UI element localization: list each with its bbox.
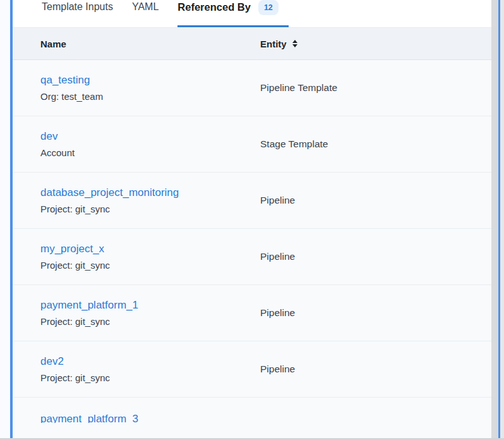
table-row: payment_platform_1 Project: git_sync Pip… [13, 285, 498, 341]
row-scope-label: Account [40, 147, 260, 158]
table-body: qa_testing Org: test_team Pipeline Templ… [13, 60, 498, 440]
tab-referenced-by[interactable]: Referenced By12 [177, 1, 278, 27]
row-name-wrap: dev2 [40, 355, 260, 368]
row-name-wrap: payment_platform_3 [40, 413, 260, 423]
row-name-cell: my_project_x Project: git_sync [40, 243, 260, 271]
drawer-tab-bar: Template InputsYAMLReferenced By12 [13, 0, 498, 28]
tab-label: Template Inputs [42, 1, 113, 13]
row-name-cell: dev2 Project: git_sync [40, 355, 260, 383]
row-scope-label: Project: git_sync [40, 372, 260, 383]
table-row: qa_testing Org: test_team Pipeline Templ… [13, 60, 498, 116]
page-background-left [0, 0, 10, 440]
row-entity-label: Stage Template [260, 138, 498, 150]
row-scope-label: Project: git_sync [40, 204, 260, 214]
row-entity-label: Pipeline Template [260, 82, 498, 94]
row-entity-label: Pipeline [260, 364, 498, 375]
row-name-link[interactable]: payment_platform_1 [40, 299, 138, 311]
row-name-cell: qa_testing Org: test_team [40, 74, 260, 102]
row-name-wrap: dev [40, 130, 260, 143]
row-entity-label: Pipeline [260, 195, 498, 206]
scrollbar-track[interactable] [491, 0, 498, 440]
row-name-link[interactable]: payment_platform_3 [40, 413, 138, 423]
row-name-link[interactable]: database_project_monitoring [40, 186, 179, 199]
row-scope-label: Org: test_team [40, 91, 260, 102]
table-header-row: Name Entity [13, 28, 498, 60]
row-name-link[interactable]: dev [40, 130, 57, 142]
row-scope-label: Project: git_sync [40, 316, 260, 327]
row-name-wrap: qa_testing [40, 74, 260, 87]
table-row: dev2 Project: git_sync Pipeline [13, 341, 498, 398]
table-row: my_project_x Project: git_sync Pipeline [13, 229, 498, 285]
row-name-wrap: my_project_x [40, 243, 260, 255]
referenced-by-drawer: Template InputsYAMLReferenced By12 Name … [10, 0, 500, 440]
tab-template-inputs[interactable]: Template Inputs [42, 1, 113, 27]
referenced-by-count-badge: 12 [258, 0, 279, 15]
column-header-entity-label: Entity [260, 39, 287, 49]
row-scope-label: Project: git_sync [40, 260, 260, 271]
row-name-cell: dev Account [40, 130, 260, 158]
row-name-link[interactable]: qa_testing [40, 74, 90, 86]
table-row: payment_platform_3 [13, 398, 498, 440]
row-name-wrap: database_project_monitoring [40, 186, 260, 199]
tab-label: Referenced By [177, 1, 251, 13]
row-name-link[interactable]: dev2 [40, 355, 64, 367]
row-name-wrap: payment_platform_1 [40, 299, 260, 312]
row-entity-label: Pipeline [260, 307, 498, 319]
tab-label: YAML [132, 1, 159, 13]
row-name-cell: database_project_monitoring Project: git… [40, 186, 260, 214]
column-header-entity[interactable]: Entity [260, 39, 297, 49]
table-row: dev Account Stage Template [13, 116, 498, 173]
table-row: database_project_monitoring Project: git… [13, 173, 498, 229]
tab-yaml[interactable]: YAML [132, 1, 159, 27]
sort-icon [292, 40, 297, 47]
row-name-cell: payment_platform_1 Project: git_sync [40, 299, 260, 327]
row-name-cell: payment_platform_3 [40, 413, 260, 423]
row-name-link[interactable]: my_project_x [40, 243, 104, 255]
row-entity-label: Pipeline [260, 251, 498, 262]
column-header-name: Name [40, 39, 260, 49]
